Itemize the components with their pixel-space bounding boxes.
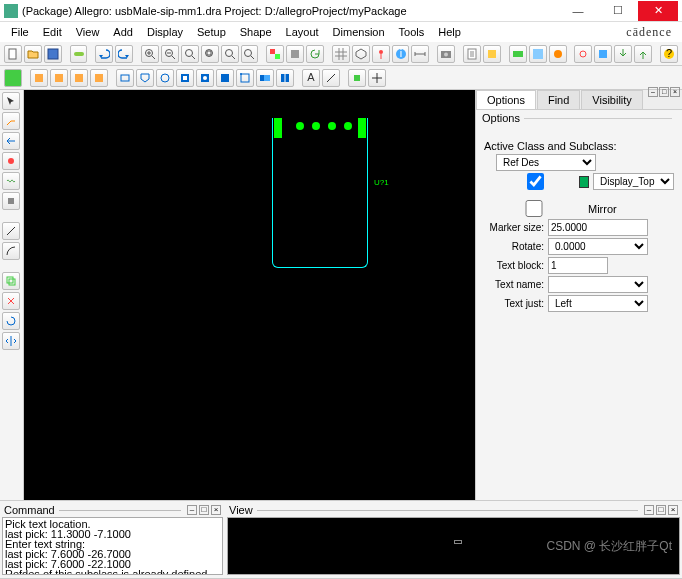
import-icon[interactable] [634,45,652,63]
report-icon[interactable] [463,45,481,63]
layers-icon[interactable] [286,45,304,63]
mirror-checkbox[interactable] [484,200,584,217]
menu-setup[interactable]: Setup [190,24,233,40]
shape-void-icon[interactable] [176,69,194,87]
menu-view[interactable]: View [69,24,107,40]
shape-poly-icon[interactable] [136,69,154,87]
zoom-in-icon[interactable] [141,45,159,63]
text-name-select[interactable] [548,276,648,293]
zoom-prev-icon[interactable] [221,45,239,63]
subclass-visible-checkbox[interactable] [496,173,575,190]
menu-add[interactable]: Add [106,24,140,40]
pad-2[interactable] [296,122,304,130]
mode-etch-icon[interactable] [50,69,68,87]
via-tool-icon[interactable] [2,152,20,170]
drc-icon[interactable] [483,45,501,63]
redo-icon[interactable] [115,45,133,63]
view-close-icon[interactable]: × [668,505,678,515]
cmd-float-icon[interactable]: □ [199,505,209,515]
line-icon[interactable] [322,69,340,87]
help-icon[interactable]: ? [660,45,678,63]
3d-icon[interactable] [352,45,370,63]
shape-merge-icon[interactable] [256,69,274,87]
text-block-input[interactable] [548,257,608,274]
view-float-icon[interactable]: □ [656,505,666,515]
shape-split-icon[interactable] [276,69,294,87]
refdes-text[interactable]: U?1 [374,178,389,187]
subclass-color-icon[interactable] [579,176,589,188]
measure-icon[interactable] [411,45,429,63]
panel-min-icon[interactable]: – [648,87,658,97]
delay-tool-icon[interactable] [2,172,20,190]
tab-find[interactable]: Find [537,90,580,109]
pad-5[interactable] [344,122,352,130]
text-icon[interactable]: A [302,69,320,87]
menu-file[interactable]: File [4,24,36,40]
info-icon[interactable]: i [392,45,410,63]
pad-6[interactable] [358,118,366,138]
color-icon[interactable] [266,45,284,63]
world-view[interactable] [227,517,680,575]
mode-shape-icon[interactable] [90,69,108,87]
command-log[interactable]: Pick text location. last pick: 11.3000 -… [2,517,223,575]
grid-icon[interactable] [332,45,350,63]
open-icon[interactable] [24,45,42,63]
pad-4[interactable] [328,122,336,130]
tab-options[interactable]: Options [476,90,536,109]
tab-visibility[interactable]: Visibility [581,90,643,109]
xsection-icon[interactable] [529,45,547,63]
zoom-window-icon[interactable] [201,45,219,63]
zoom-out-icon[interactable] [161,45,179,63]
idf-icon[interactable] [594,45,612,63]
menu-layout[interactable]: Layout [279,24,326,40]
shape-void2-icon[interactable] [196,69,214,87]
custom-tool-icon[interactable] [2,192,20,210]
menu-help[interactable]: Help [431,24,468,40]
place-icon[interactable] [348,69,366,87]
constraint-icon[interactable] [509,45,527,63]
shape-circle-icon[interactable] [156,69,174,87]
mode-placement-icon[interactable] [30,69,48,87]
menu-dimension[interactable]: Dimension [326,24,392,40]
maximize-button[interactable]: ☐ [598,1,638,21]
line-tool-icon[interactable] [2,222,20,240]
cmd-close-icon[interactable]: × [211,505,221,515]
pad-1[interactable] [274,118,282,138]
cmd-min-icon[interactable]: – [187,505,197,515]
export-icon[interactable] [614,45,632,63]
minimize-button[interactable]: — [558,1,598,21]
route-tool-icon[interactable] [2,112,20,130]
toggle-icon[interactable] [70,45,88,63]
copy-tool-icon[interactable] [2,272,20,290]
undo-icon[interactable] [95,45,113,63]
rotate-select[interactable]: 0.0000 [548,238,648,255]
select-tool-icon[interactable] [2,92,20,110]
new-icon[interactable] [4,45,22,63]
class-select[interactable]: Ref Des [496,154,596,171]
close-button[interactable]: ✕ [638,1,678,21]
save-icon[interactable] [44,45,62,63]
view-min-icon[interactable]: – [644,505,654,515]
shape-rect-icon[interactable] [116,69,134,87]
shape-void3-icon[interactable] [216,69,234,87]
pad-3[interactable] [312,122,320,130]
subclass-select[interactable]: Display_Top [593,173,674,190]
slide-tool-icon[interactable] [2,132,20,150]
menu-shape[interactable]: Shape [233,24,279,40]
pin-icon[interactable] [372,45,390,63]
menu-display[interactable]: Display [140,24,190,40]
design-canvas[interactable]: U?1 [24,90,475,500]
menu-edit[interactable]: Edit [36,24,69,40]
move-icon[interactable] [368,69,386,87]
delete-tool-icon[interactable] [2,292,20,310]
zoom-fit-icon[interactable] [181,45,199,63]
marker-size-input[interactable] [548,219,648,236]
text-just-select[interactable]: Left [548,295,648,312]
arc-tool-icon[interactable] [2,242,20,260]
menu-tools[interactable]: Tools [392,24,432,40]
padstack-icon[interactable] [549,45,567,63]
zoom-select-icon[interactable] [241,45,259,63]
mode-general-icon[interactable] [4,69,22,87]
drill-icon[interactable] [574,45,592,63]
panel-close-icon[interactable]: × [670,87,680,97]
